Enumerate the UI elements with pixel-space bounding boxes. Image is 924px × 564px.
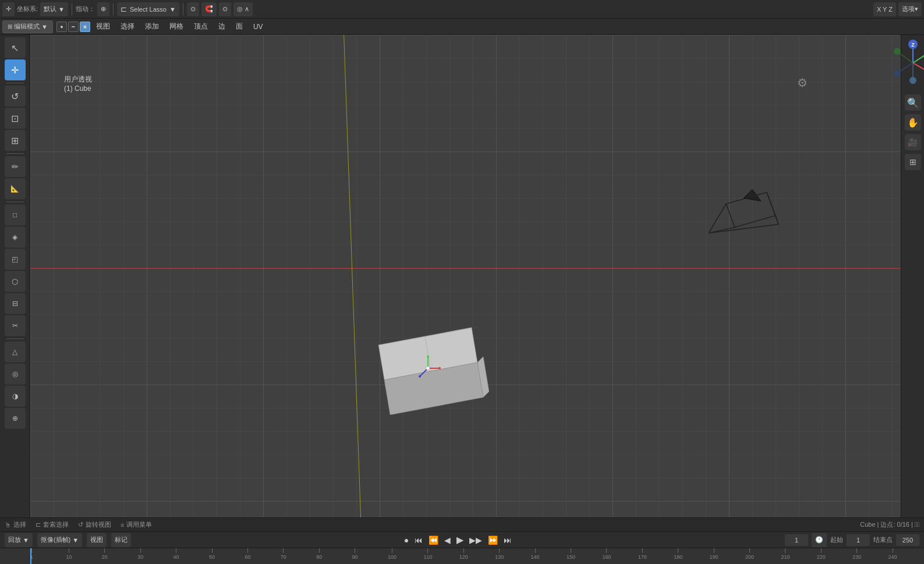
3d-cube-object (361, 322, 489, 403)
overlay-btn[interactable]: ⊙ (219, 2, 231, 16)
svg-line-22 (913, 52, 925, 63)
svg-point-10 (427, 355, 429, 358)
timeline-marker-20: 20 (102, 548, 108, 564)
timeline-marker-100: 100 (388, 548, 396, 564)
timeline-ruler[interactable]: 1102030405060708090100110120130140150160… (0, 548, 924, 564)
menu-face[interactable]: 面 (231, 20, 247, 33)
pan-view-btn[interactable]: ✋ (905, 114, 921, 131)
menu-vertex[interactable]: 顶点 (189, 20, 213, 33)
proportional-editing-btn[interactable]: ⊙ (187, 2, 199, 16)
timeline-marker-230: 230 (852, 548, 861, 564)
orthographic-toggle-btn[interactable]: ⊞ (905, 154, 921, 170)
annotate-tool-btn[interactable]: ✏ (5, 156, 26, 177)
rotate-tool-btn[interactable]: ↺ (5, 86, 26, 107)
poly-build-tool-btn[interactable]: △ (5, 341, 26, 362)
menu-view[interactable]: 视图 (91, 20, 115, 33)
coordinate-label: 坐标系: (17, 5, 38, 13)
move-tool-btn[interactable]: ✛ (5, 59, 26, 80)
measure-tool-btn[interactable]: 📐 (5, 178, 26, 199)
menu-add[interactable]: 添加 (140, 20, 164, 33)
timeline-marker-140: 140 (531, 548, 540, 564)
transform-tool-btn[interactable]: ⊞ (5, 130, 26, 151)
coordinate-dropdown[interactable]: 默认 ▼ (40, 2, 68, 16)
timeline-marker-150: 150 (567, 548, 575, 564)
timeline-marker-170: 170 (638, 548, 647, 564)
separator-3 (183, 3, 183, 15)
prev-frame-btn[interactable]: ◀ (442, 534, 452, 546)
extrude-tool-btn[interactable]: ◈ (5, 227, 26, 248)
inset-tool-btn[interactable]: ◰ (5, 249, 26, 270)
stop-btn[interactable]: ● (402, 534, 410, 546)
use-keyframe-icon[interactable]: 🕐 (812, 533, 827, 547)
top-right-controls: X Y Z 选项▾ (873, 2, 922, 16)
timeline-marker-90: 90 (352, 548, 358, 564)
toolbar-separator-2 (6, 153, 24, 154)
toolbar-separator-3 (6, 202, 24, 202)
ruler-markers: 1102030405060708090100110120130140150160… (30, 548, 924, 564)
axis-gizmo: Z Y X (890, 40, 925, 86)
jump-end-btn[interactable]: ⏭ (502, 534, 514, 546)
menu-select[interactable]: 选择 (116, 20, 139, 33)
timeline-view-btn[interactable]: 视图 (87, 533, 107, 547)
select-lasso-dropdown[interactable]: ⊏ Select Lasso ▼ (117, 2, 179, 16)
timeline-marker-190: 190 (710, 548, 718, 564)
start-label: 起始 (830, 535, 843, 544)
bevel-tool-btn[interactable]: ⬡ (5, 271, 26, 292)
edit-mode-bar: ⊞ 编辑模式 ▼ ● ━ ■ 视图 选择 添加 网格 顶点 边 面 UV (0, 19, 924, 35)
select-options-btn[interactable]: 选项▾ (898, 2, 922, 16)
jump-start-btn[interactable]: ⏮ (413, 534, 424, 546)
svg-point-8 (426, 366, 430, 370)
vertex-mode-btn[interactable]: ● (56, 22, 67, 32)
svg-point-29 (894, 70, 901, 77)
loop-cut-tool-btn[interactable]: ⊟ (5, 293, 26, 314)
start-frame-input[interactable] (847, 534, 870, 546)
zoom-to-fit-btn[interactable]: 🔍 (905, 94, 921, 111)
svg-line-16 (776, 216, 778, 224)
menu-uv[interactable]: UV (249, 20, 268, 33)
frame-number-controls: 🕐 起始 结束点 (785, 533, 919, 547)
timeline: 回放 ▼ 抠像(插帧) ▼ 视图 标记 ● ⏮ ⏪ ◀ ▶ ▶▶ ⏩ ⏭ 🕐 起… (0, 531, 924, 564)
transform-orientation-icon[interactable]: ✛ (2, 2, 15, 16)
camera-view-btn[interactable]: 🎥 (905, 134, 921, 150)
x-axis-line (30, 268, 901, 269)
timeline-controls: 回放 ▼ 抠像(插帧) ▼ 视图 标记 ● ⏮ ⏪ ◀ ▶ ▶▶ ⏩ ⏭ 🕐 起… (0, 532, 924, 548)
face-mode-btn[interactable]: ■ (80, 22, 90, 32)
timeline-interpolation-btn[interactable]: 抠像(插帧) ▼ (37, 533, 82, 547)
timeline-marker-160: 160 (602, 548, 611, 564)
timeline-marker-200: 200 (745, 548, 754, 564)
timeline-marker-70: 70 (281, 548, 286, 564)
spin-tool-btn[interactable]: ◎ (5, 364, 26, 385)
timeline-playback-btn[interactable]: 回放 ▼ (5, 533, 33, 547)
play-btn[interactable]: ▶ (455, 533, 465, 547)
viewport-gear-icon[interactable]: ⚙ (797, 76, 808, 90)
status-bar: 🖱 选择 ⊏ 套索选择 ↺ 旋转视图 ≡ 调用菜单 Cube | 边点: 0/1… (0, 517, 924, 531)
svg-line-17 (709, 224, 778, 233)
timeline-marker-btn[interactable]: 标记 (111, 533, 131, 547)
timeline-marker-80: 80 (316, 548, 322, 564)
shrink-fatten-btn[interactable]: ⊕ (5, 408, 26, 429)
add-cube-tool-btn[interactable]: □ (5, 205, 26, 225)
menu-edge[interactable]: 边 (214, 20, 230, 33)
edit-mode-dropdown[interactable]: ⊞ 编辑模式 ▼ (2, 20, 53, 33)
3d-viewport[interactable]: ⚙ 用户透视 (1) Cube (30, 35, 901, 531)
current-frame-input[interactable] (785, 534, 808, 546)
menu-mesh[interactable]: 网格 (165, 20, 188, 33)
select-tool-btn[interactable]: ↖ (5, 37, 26, 58)
prev-keyframe-btn[interactable]: ⏪ (427, 534, 440, 546)
svg-text:Z: Z (911, 42, 915, 48)
end-frame-input[interactable] (896, 534, 919, 546)
next-frame-btn[interactable]: ▶▶ (468, 534, 484, 546)
svg-point-9 (438, 367, 441, 369)
edge-mode-btn[interactable]: ━ (68, 22, 79, 32)
timeline-marker-110: 110 (423, 548, 432, 564)
scale-tool-btn[interactable]: ⊡ (5, 108, 26, 129)
smooth-tool-btn[interactable]: ◑ (5, 386, 26, 407)
knife-tool-btn[interactable]: ✂ (5, 315, 26, 336)
timeline-marker-220: 220 (817, 548, 826, 564)
xyz-display-btn[interactable]: X Y Z (873, 2, 896, 16)
view-mode-btn[interactable]: ◎ ∧ (233, 2, 253, 16)
next-keyframe-btn[interactable]: ⏩ (486, 534, 500, 546)
camera-wireframe (709, 181, 784, 245)
snap-icon-btn[interactable]: 🧲 (201, 2, 217, 16)
pivot-icon-btn[interactable]: ⊕ (97, 2, 109, 16)
